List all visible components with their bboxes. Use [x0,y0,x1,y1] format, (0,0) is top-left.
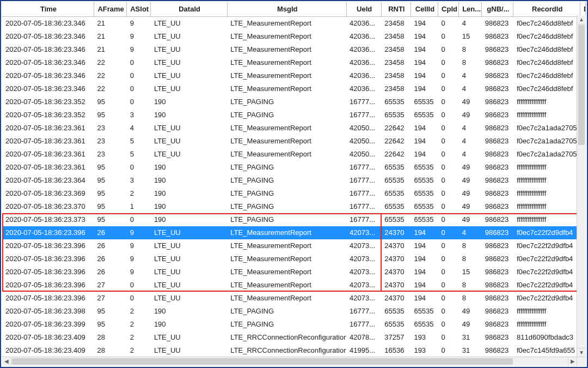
cell-cpid: 0 [438,174,459,187]
col-dataid[interactable]: DataId [151,2,227,17]
horizontal-scrollbar[interactable]: ◀ ▶ [2,357,577,366]
cell-aframe: 95 [94,305,127,318]
cell-time: 2020-07-05-18:36:23.352 [2,95,94,108]
table-row[interactable]: 2020-07-05-18:36:23.396270LTE_UULTE_Meas… [2,292,586,305]
column-header-row[interactable]: Time AFrame ASlot DataId MsgId UeId RNTI… [2,2,586,17]
table-row[interactable]: 2020-07-05-18:36:23.361235LTE_UULTE_Meas… [2,135,586,148]
table-row[interactable]: 2020-07-05-18:36:23.396269LTE_UULTE_Meas… [2,226,586,239]
scroll-right-arrow-icon[interactable]: ▶ [568,357,577,366]
col-rnti[interactable]: RNTI [381,2,411,17]
cell-cellid: 194 [411,135,438,148]
cell-cpid: 0 [438,226,459,239]
cell-rnti: 65535 [381,161,411,174]
cell-time: 2020-07-05-18:36:23.369 [2,187,94,200]
vertical-scroll-thumb[interactable] [578,25,585,145]
cell-dataid: 190 [151,213,227,226]
cell-gnb: 986823 [482,305,513,318]
cell-cellid: 65535 [411,174,438,187]
log-table[interactable]: Time AFrame ASlot DataId MsgId UeId RNTI… [2,2,586,357]
cell-msgid: LTE_PAGING [227,213,346,226]
table-row[interactable]: 2020-07-05-18:36:23.373950190LTE_PAGING1… [2,213,586,226]
col-aslot[interactable]: ASlot [127,2,151,17]
col-len[interactable]: Len... [459,2,482,17]
table-row[interactable]: 2020-07-05-18:36:23.396269LTE_UULTE_Meas… [2,252,586,266]
cell-ueid: 42073... [346,252,381,266]
table-row[interactable]: 2020-07-05-18:36:23.369952190LTE_PAGING1… [2,187,586,200]
cell-aslot: 9 [127,30,151,43]
table-row[interactable]: 2020-07-05-18:36:23.361234LTE_UULTE_Meas… [2,122,586,135]
cell-rnti: 24370 [381,279,411,292]
cell-aframe: 95 [94,200,127,213]
cell-ueid: 42078... [346,331,381,344]
cell-rnti: 65535 [381,213,411,226]
cell-cellid: 194 [411,30,438,43]
cell-rnti: 65535 [381,318,411,331]
cell-aslot: 9 [127,226,151,239]
cell-aframe: 23 [94,135,127,148]
scroll-left-arrow-icon[interactable]: ◀ [2,357,11,366]
cell-len: 4 [459,82,482,95]
cell-gnb: 986823 [482,239,513,252]
cell-cpid: 0 [438,305,459,318]
cell-msgid: LTE_MeasurementReport [227,69,346,82]
grid-viewport[interactable]: Time AFrame ASlot DataId MsgId UeId RNTI… [2,2,586,357]
col-d[interactable]: D [580,2,585,17]
log-viewer-window: Time AFrame ASlot DataId MsgId UeId RNTI… [0,0,588,368]
cell-len: 8 [459,292,482,305]
cell-aslot: 9 [127,252,151,266]
table-row[interactable]: 2020-07-05-18:36:23.346220LTE_UULTE_Meas… [2,82,586,95]
table-row[interactable]: 2020-07-05-18:36:23.352950190LTE_PAGING1… [2,95,586,108]
table-row[interactable]: 2020-07-05-18:36:23.396269LTE_UULTE_Meas… [2,239,586,252]
cell-recid: ffffffffffffffff [513,200,580,213]
cell-rnti: 24370 [381,239,411,252]
table-row[interactable]: 2020-07-05-18:36:23.396270LTE_UULTE_Meas… [2,279,586,292]
cell-dataid: 190 [151,305,227,318]
vertical-scrollbar[interactable]: ▲ ▼ [577,15,586,357]
cell-gnb: 986823 [482,187,513,200]
table-row[interactable]: 2020-07-05-18:36:23.396269LTE_UULTE_Meas… [2,266,586,279]
col-cpid[interactable]: CpId [438,2,459,17]
table-row[interactable]: 2020-07-05-18:36:23.370951190LTE_PAGING1… [2,200,586,213]
table-row[interactable]: 2020-07-05-18:36:23.346220LTE_UULTE_Meas… [2,69,586,82]
table-row[interactable]: 2020-07-05-18:36:23.361235LTE_UULTE_Meas… [2,148,586,161]
col-aframe[interactable]: AFrame [94,2,127,17]
col-ueid[interactable]: UeId [346,2,381,17]
cell-dataid: LTE_UU [151,226,227,239]
table-row[interactable]: 2020-07-05-18:36:23.346220LTE_UULTE_Meas… [2,56,586,69]
scroll-up-arrow-icon[interactable]: ▲ [577,15,586,25]
cell-msgid: LTE_MeasurementReport [227,122,346,135]
cell-aframe: 21 [94,17,127,31]
col-time[interactable]: Time [2,2,94,17]
table-row[interactable]: 2020-07-05-18:36:23.399952190LTE_PAGING1… [2,318,586,331]
table-row[interactable]: 2020-07-05-18:36:23.352953190LTE_PAGING1… [2,108,586,122]
cell-msgid: LTE_MeasurementReport [227,292,346,305]
table-row[interactable]: 2020-07-05-18:36:23.361950190LTE_PAGING1… [2,161,586,174]
col-msgid[interactable]: MsgId [227,2,346,17]
table-row[interactable]: 2020-07-05-18:36:23.346219LTE_UULTE_Meas… [2,43,586,56]
cell-aframe: 22 [94,82,127,95]
table-row[interactable]: 2020-07-05-18:36:23.346219LTE_UULTE_Meas… [2,17,586,31]
table-row[interactable]: 2020-07-05-18:36:23.409282LTE_UULTE_RRCC… [2,344,586,357]
cell-len: 15 [459,266,482,279]
table-row[interactable]: 2020-07-05-18:36:23.346219LTE_UULTE_Meas… [2,30,586,43]
cell-rnti: 24370 [381,292,411,305]
table-row[interactable]: 2020-07-05-18:36:23.364953190LTE_PAGING1… [2,174,586,187]
col-recid[interactable]: RecordId [513,2,580,17]
cell-rnti: 22642 [381,122,411,135]
scroll-down-arrow-icon[interactable]: ▼ [577,348,586,357]
col-gnb[interactable]: gNB/... [482,2,513,17]
cell-ueid: 16777... [346,213,381,226]
col-cellid[interactable]: CellId [411,2,438,17]
table-row[interactable]: 2020-07-05-18:36:23.398952190LTE_PAGING1… [2,305,586,318]
cell-msgid: LTE_MeasurementReport [227,279,346,292]
cell-recid: f0ec7c22f2d9dfb4 [513,226,580,239]
table-row[interactable]: 2020-07-05-18:36:23.409282LTE_UULTE_RRCC… [2,331,586,344]
cell-ueid: 42036... [346,69,381,82]
cell-cellid: 194 [411,239,438,252]
cell-aframe: 95 [94,108,127,122]
cell-msgid: LTE_PAGING [227,161,346,174]
cell-dataid: LTE_UU [151,82,227,95]
cell-len: 8 [459,252,482,266]
cell-time: 2020-07-05-18:36:23.373 [2,213,94,226]
horizontal-scroll-thumb[interactable] [12,358,513,365]
